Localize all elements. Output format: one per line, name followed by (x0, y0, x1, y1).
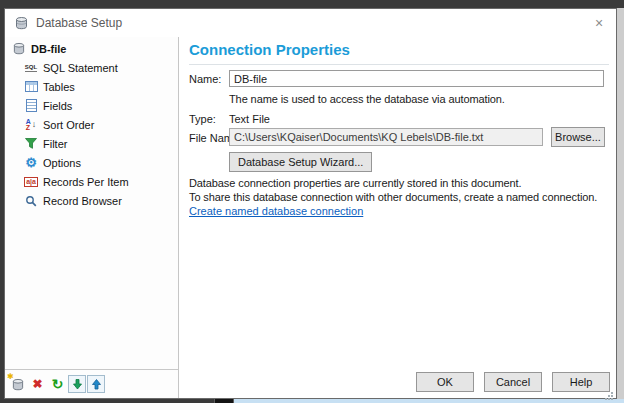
filter-funnel-icon (22, 138, 40, 149)
import-connection-button[interactable] (68, 375, 86, 393)
fields-icon (22, 99, 40, 112)
delete-button[interactable]: ✖ (28, 375, 47, 394)
sidebar-item-label: Tables (43, 81, 75, 93)
database-icon (15, 16, 28, 30)
heading-divider (189, 64, 609, 65)
sidebar-item-label: DB-file (31, 43, 66, 55)
window-title: Database Setup (36, 9, 122, 37)
name-input[interactable] (229, 70, 604, 87)
sidebar-item-label: SQL Statement (43, 62, 118, 74)
gear-icon: ⚙ (22, 156, 40, 169)
info-line-2: To share this database connection with o… (189, 191, 597, 203)
create-named-connection-link[interactable]: Create named database connection (189, 205, 363, 217)
sidebar-tree: DB-file SQL SQL Statement Tables Fields … (5, 37, 178, 210)
sort-az-icon: AZ ↓ (22, 119, 40, 131)
type-label: Type: (189, 113, 216, 125)
main-panel: Connection Properties Name: The name is … (180, 37, 616, 398)
export-connection-button[interactable] (87, 375, 105, 393)
type-value: Text File (229, 113, 270, 125)
file-name-input[interactable] (229, 128, 543, 146)
sidebar-item-tables[interactable]: Tables (5, 77, 178, 96)
records-per-item-icon: a|a (22, 177, 40, 187)
sql-icon: SQL (22, 64, 40, 72)
sidebar-item-label: Options (43, 157, 81, 169)
sidebar-item-label: Filter (43, 138, 67, 150)
new-database-button[interactable]: ✱ (8, 375, 27, 394)
sidebar-item-filter[interactable]: Filter (5, 134, 178, 153)
sidebar-item-record-browser[interactable]: Record Browser (5, 191, 178, 210)
sidebar-item-records-per-item[interactable]: a|a Records Per Item (5, 172, 178, 191)
background-window-edge (617, 8, 624, 399)
ok-button[interactable]: OK (416, 372, 474, 392)
resize-grip[interactable] (603, 386, 613, 396)
sidebar-item-sql-statement[interactable]: SQL SQL Statement (5, 58, 178, 77)
screen: { "window": { "title": "Database Setup" … (0, 0, 624, 403)
up-arrow-icon (92, 379, 101, 390)
refresh-icon: ↻ (52, 377, 64, 391)
table-icon (22, 81, 40, 92)
help-button[interactable]: Help (552, 372, 610, 392)
close-icon[interactable]: × (590, 14, 608, 32)
background-taskbar-strip (233, 399, 624, 403)
sidebar-item-db-file[interactable]: DB-file (5, 39, 178, 58)
titlebar[interactable]: Database Setup × (5, 9, 616, 37)
sidebar-item-label: Fields (43, 100, 72, 112)
sidebar-item-fields[interactable]: Fields (5, 96, 178, 115)
sidebar-item-label: Records Per Item (43, 176, 129, 188)
delete-x-icon: ✖ (32, 378, 42, 390)
sidebar: DB-file SQL SQL Statement Tables Fields … (5, 37, 179, 398)
sidebar-toolbar: ✱ ✖ ↻ (5, 369, 178, 398)
sidebar-item-label: Sort Order (43, 119, 94, 131)
sidebar-item-sort-order[interactable]: AZ ↓ Sort Order (5, 115, 178, 134)
name-label: Name: (189, 73, 221, 85)
database-setup-dialog: Database Setup × DB-file SQL SQL Stateme… (4, 8, 617, 399)
database-icon (10, 42, 28, 55)
new-star-icon: ✱ (7, 373, 14, 381)
database-setup-wizard-button[interactable]: Database Setup Wizard... (229, 152, 372, 172)
sidebar-item-options[interactable]: ⚙ Options (5, 153, 178, 172)
info-line-1: Database connection properties are curre… (189, 177, 521, 189)
sidebar-item-label: Record Browser (43, 195, 122, 207)
down-arrow-icon (73, 379, 82, 390)
browse-button[interactable]: Browse... (551, 127, 605, 147)
cancel-button[interactable]: Cancel (484, 372, 542, 392)
name-help-text: The name is used to access the database … (229, 93, 505, 105)
dialog-footer: OK Cancel Help (416, 372, 610, 392)
refresh-button[interactable]: ↻ (48, 375, 67, 394)
magnifier-icon (22, 195, 40, 207)
page-title: Connection Properties (189, 41, 350, 58)
